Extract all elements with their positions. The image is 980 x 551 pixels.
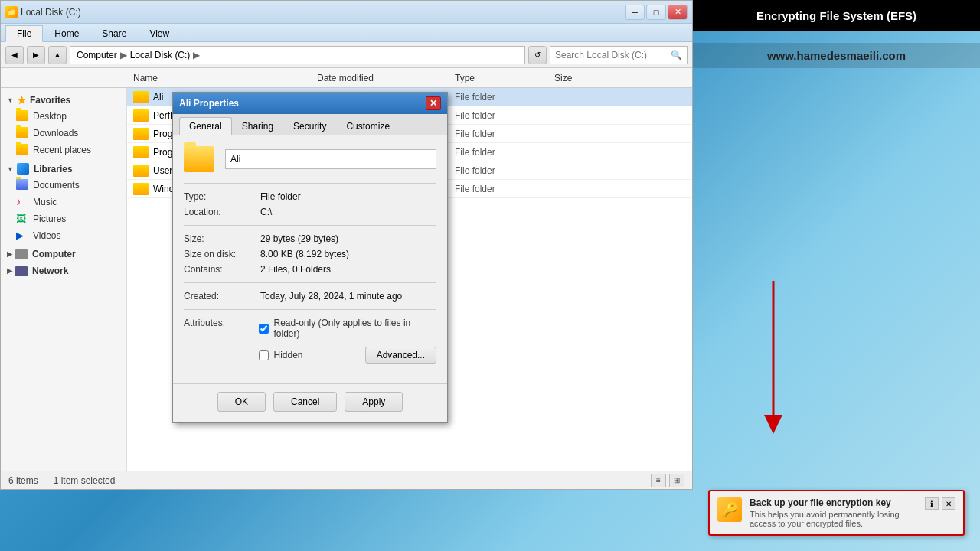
svg-marker-1 bbox=[764, 415, 782, 434]
title-bar-controls: ─ □ ✕ bbox=[625, 5, 688, 20]
created-label: Created: bbox=[184, 291, 260, 302]
col-name[interactable]: Name bbox=[127, 73, 311, 83]
prop-size-row: Size: 29 bytes (29 bytes) bbox=[184, 233, 436, 244]
divider-3 bbox=[184, 282, 436, 283]
cancel-button[interactable]: Cancel bbox=[273, 392, 337, 412]
search-input[interactable] bbox=[555, 50, 671, 60]
search-box[interactable]: 🔍 bbox=[550, 46, 688, 64]
ribbon-tabs: File Home Share View bbox=[1, 24, 692, 42]
prop-size-on-disk-row: Size on disk: 8.00 KB (8,192 bytes) bbox=[184, 249, 436, 259]
folder-icon bbox=[133, 165, 149, 177]
details-view-button[interactable]: ⊞ bbox=[669, 474, 684, 487]
network-label: Network bbox=[32, 266, 68, 276]
type-value: File folder bbox=[260, 191, 301, 202]
readonly-row: Read-only (Only applies to files in fold… bbox=[259, 318, 436, 339]
sidebar-item-videos[interactable]: ▶ Videos bbox=[1, 227, 126, 244]
search-icon: 🔍 bbox=[671, 50, 682, 60]
videos-label: Videos bbox=[33, 230, 60, 241]
close-button[interactable]: ✕ bbox=[668, 5, 688, 20]
advanced-button[interactable]: Advanced... bbox=[365, 347, 436, 364]
sidebar-item-downloads[interactable]: Downloads bbox=[1, 125, 126, 142]
tab-security[interactable]: Security bbox=[283, 117, 336, 135]
properties-dialog: Ali Properties ✕ General Sharing Securit… bbox=[172, 92, 448, 423]
hidden-row: Hidden Advanced... bbox=[259, 347, 436, 364]
refresh-button[interactable]: ↺ bbox=[528, 46, 547, 64]
sidebar-item-documents[interactable]: Documents bbox=[1, 177, 126, 194]
tab-customize[interactable]: Customize bbox=[336, 117, 400, 135]
status-info: 6 items 1 item selected bbox=[8, 475, 115, 486]
prop-location-row: Location: C:\ bbox=[184, 207, 436, 217]
sidebar-item-pictures[interactable]: 🖼 Pictures bbox=[1, 210, 126, 227]
col-type[interactable]: Type bbox=[449, 73, 548, 83]
folder-name-input[interactable] bbox=[225, 149, 436, 169]
address-bar: ◀ ▶ ▲ Computer ▶ Local Disk (C:) ▶ ↺ 🔍 bbox=[1, 42, 692, 68]
folder-icon bbox=[133, 91, 149, 103]
col-date[interactable]: Date modified bbox=[311, 73, 449, 83]
up-button[interactable]: ▲ bbox=[48, 46, 67, 64]
computer-header[interactable]: ▶ Computer bbox=[1, 247, 126, 261]
selected-count: 1 item selected bbox=[54, 475, 116, 486]
back-button[interactable]: ◀ bbox=[5, 46, 24, 64]
documents-label: Documents bbox=[33, 180, 80, 191]
toast-close-button[interactable]: ✕ bbox=[942, 497, 956, 510]
forward-button[interactable]: ▶ bbox=[27, 46, 45, 64]
apply-button[interactable]: Apply bbox=[345, 392, 403, 412]
favorites-section: ▼ ★ Favorites Desktop Downloads Recent p… bbox=[1, 93, 126, 158]
toast-key-icon: 🔑 bbox=[717, 497, 742, 522]
efs-banner: Encrypting File System (EFS) bbox=[693, 0, 980, 31]
videos-icon: ▶ bbox=[16, 230, 28, 242]
computer-section: ▶ Computer bbox=[1, 247, 126, 261]
libraries-header[interactable]: ▼ Libraries bbox=[1, 161, 126, 177]
sidebar-item-recent-places[interactable]: Recent places bbox=[1, 142, 126, 158]
dialog-content: Type: File folder Location: C:\ Size: 29… bbox=[173, 135, 447, 383]
favorites-arrow: ▼ bbox=[7, 96, 14, 104]
divider-1 bbox=[184, 183, 436, 184]
tab-view[interactable]: View bbox=[138, 25, 181, 41]
folder-icon bbox=[133, 146, 149, 158]
prop-contains-row: Contains: 2 Files, 0 Folders bbox=[184, 264, 436, 275]
sidebar-item-music[interactable]: ♪ Music bbox=[1, 194, 126, 210]
folder-icon bbox=[133, 128, 149, 140]
ok-button[interactable]: OK bbox=[217, 392, 266, 412]
libraries-icon bbox=[17, 163, 29, 175]
network-header[interactable]: ▶ Network bbox=[1, 264, 126, 278]
music-icon: ♪ bbox=[16, 196, 28, 208]
hidden-label: Hidden bbox=[273, 350, 302, 360]
readonly-checkbox[interactable] bbox=[259, 324, 269, 334]
dialog-close-button[interactable]: ✕ bbox=[426, 96, 441, 110]
toast-info-button[interactable]: ℹ bbox=[925, 497, 939, 510]
tab-home[interactable]: Home bbox=[43, 25, 90, 41]
folder-icon bbox=[133, 109, 149, 122]
address-path[interactable]: Computer ▶ Local Disk (C:) ▶ bbox=[70, 46, 525, 64]
col-size[interactable]: Size bbox=[548, 73, 625, 83]
tab-share[interactable]: Share bbox=[90, 25, 138, 41]
prop-attributes-row: Attributes: Read-only (Only applies to f… bbox=[184, 318, 436, 368]
maximize-button[interactable]: □ bbox=[646, 5, 666, 20]
network-arrow: ▶ bbox=[7, 267, 12, 275]
explorer-icon: 📁 bbox=[5, 6, 18, 18]
tab-sharing[interactable]: Sharing bbox=[232, 117, 283, 135]
computer-arrow: ▶ bbox=[7, 250, 12, 258]
pictures-label: Pictures bbox=[33, 214, 66, 224]
sidebar-item-desktop[interactable]: Desktop bbox=[1, 108, 126, 125]
folder-icon bbox=[133, 183, 149, 195]
minimize-button[interactable]: ─ bbox=[625, 5, 645, 20]
dialog-title: Ali Properties bbox=[179, 98, 239, 109]
size-value: 29 bytes (29 bytes) bbox=[260, 233, 338, 244]
network-icon bbox=[15, 266, 28, 276]
divider-2 bbox=[184, 225, 436, 226]
desktop-label: Desktop bbox=[33, 111, 67, 122]
notification-toast: 🔑 Back up your file encryption key This … bbox=[708, 490, 965, 536]
hidden-checkbox[interactable] bbox=[259, 350, 269, 360]
favorites-header[interactable]: ▼ ★ Favorites bbox=[1, 93, 126, 108]
list-view-button[interactable]: ≡ bbox=[651, 474, 666, 487]
tab-file[interactable]: File bbox=[5, 25, 43, 42]
toast-text-area: Back up your file encryption key This he… bbox=[750, 497, 917, 528]
tab-general[interactable]: General bbox=[179, 117, 232, 135]
size-on-disk-label: Size on disk: bbox=[184, 249, 260, 259]
title-bar-left: 📁 Local Disk (C:) bbox=[5, 6, 81, 18]
attributes-label: Attributes: bbox=[184, 318, 259, 368]
location-label: Location: bbox=[184, 207, 260, 217]
network-section: ▶ Network bbox=[1, 264, 126, 278]
prop-created-row: Created: Today, July 28, 2024, 1 minute … bbox=[184, 291, 436, 302]
